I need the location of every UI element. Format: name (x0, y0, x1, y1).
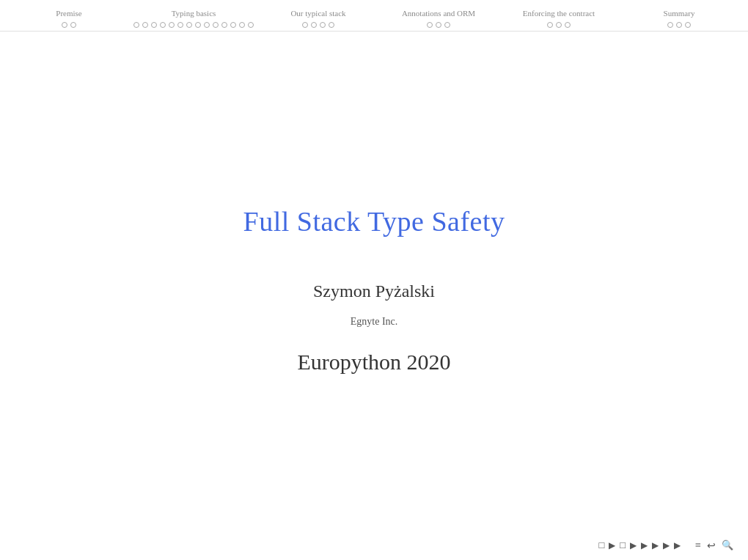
nav-dot (667, 22, 673, 28)
nav-dot (444, 22, 450, 28)
nav-dot (142, 22, 148, 28)
nav-section-typical-stack[interactable]: Our typical stack (258, 6, 378, 31)
nav-section-premise[interactable]: Premise (9, 6, 129, 31)
nav-title-premise: Premise (56, 9, 81, 18)
return-icon[interactable]: ↩ (707, 539, 716, 552)
nav-title-annotations-orm: Annotations and ORM (402, 9, 475, 18)
nav-divider (0, 31, 748, 32)
nav-dot (685, 22, 691, 28)
slide-title: Full Stack Type Safety (243, 205, 505, 237)
nav-dots-annotations-orm (427, 22, 450, 28)
nav-arrow-left-1-icon[interactable]: ▶ (641, 540, 648, 551)
nav-dot (186, 22, 192, 28)
nav-dots-summary (667, 22, 691, 28)
nav-dot (177, 22, 183, 28)
nav-dot (248, 22, 254, 28)
nav-dot (230, 22, 236, 28)
nav-title-typing-basics: Typing basics (172, 9, 216, 18)
bottom-bar: □ ▶ □ ▶ ▶ ▶ ▶ ▶ ≡ ↩ 🔍 (0, 531, 748, 560)
nav-dot (133, 22, 139, 28)
nav-dot (62, 22, 67, 28)
nav-dot (213, 22, 219, 28)
nav-dot (151, 22, 157, 28)
author-name: Szymon Pyżalski (313, 281, 435, 301)
nav-dot (547, 22, 553, 28)
nav-dot (160, 22, 166, 28)
bottom-right-icons: ≡ ↩ 🔍 (695, 539, 733, 552)
nav-arrow-left-2-icon[interactable]: ▶ (663, 540, 670, 551)
nav-dot (239, 22, 245, 28)
nav-title-enforcing-contract: Enforcing the contract (523, 9, 595, 18)
navigation-bar: Premise Typing basics Our typical stack (0, 0, 748, 31)
nav-dot (311, 22, 317, 28)
nav-section-annotations-orm[interactable]: Annotations and ORM (378, 6, 499, 31)
bottom-controls: □ ▶ □ ▶ ▶ ▶ ▶ ▶ (598, 539, 681, 551)
nav-dot (70, 22, 76, 28)
slide-content: Full Stack Type Safety Szymon Pyżalski E… (0, 39, 748, 540)
nav-dot (302, 22, 308, 28)
nav-dots-typing-basics (133, 22, 254, 28)
nav-dot (204, 22, 210, 28)
nav-dots-premise (62, 22, 76, 28)
nav-section-typing-basics[interactable]: Typing basics (129, 6, 258, 31)
nav-dots-enforcing-contract (547, 22, 571, 28)
nav-eq-icon-1[interactable]: ▶ (652, 540, 659, 551)
nav-quad-icon[interactable]: □ (620, 539, 626, 551)
event-name: Europython 2020 (297, 350, 450, 375)
nav-title-summary: Summary (664, 9, 695, 18)
nav-dot (436, 22, 441, 28)
company-name: Egnyte Inc. (351, 316, 398, 328)
nav-dot (427, 22, 433, 28)
zoom-icon[interactable]: 🔍 (722, 539, 733, 551)
nav-eq-icon-2[interactable]: ▶ (674, 540, 681, 551)
nav-dot (169, 22, 175, 28)
nav-arrow-right-1-icon[interactable]: ▶ (609, 540, 615, 551)
nav-section-summary[interactable]: Summary (619, 6, 739, 31)
nav-arrow-right-2-icon[interactable]: ▶ (630, 540, 637, 551)
nav-dot (556, 22, 562, 28)
nav-title-typical-stack: Our typical stack (290, 9, 345, 18)
nav-section-enforcing-contract[interactable]: Enforcing the contract (499, 6, 619, 31)
nav-dot (195, 22, 201, 28)
nav-dots-typical-stack (302, 22, 334, 28)
nav-dot (320, 22, 326, 28)
nav-dot (676, 22, 682, 28)
nav-dot (221, 22, 227, 28)
nav-dot (329, 22, 334, 28)
nav-dot (565, 22, 571, 28)
menu-icon[interactable]: ≡ (695, 539, 701, 551)
nav-left-square-icon[interactable]: □ (598, 539, 604, 551)
